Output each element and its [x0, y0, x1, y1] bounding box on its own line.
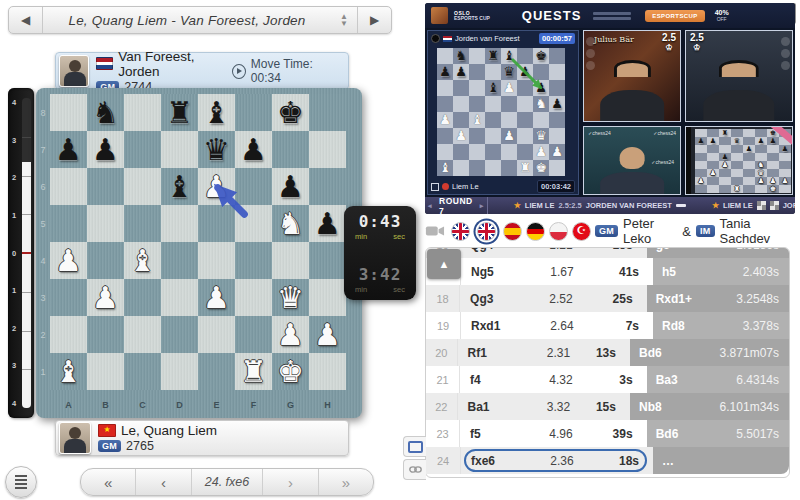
black-move-cell[interactable]: Rd83.378s — [653, 312, 789, 339]
flag-tr[interactable] — [572, 222, 591, 241]
square[interactable] — [124, 353, 161, 390]
white-move-cell[interactable]: Ba13.3215s — [458, 393, 630, 420]
white-move-cell[interactable]: fxe62.3618s — [461, 447, 653, 474]
flag-es[interactable] — [503, 222, 522, 241]
square[interactable]: ♚ — [272, 353, 309, 390]
square[interactable]: ♟ — [235, 131, 272, 168]
square[interactable] — [235, 279, 272, 316]
square[interactable] — [198, 316, 235, 353]
square[interactable] — [87, 168, 124, 205]
square[interactable]: ♚ — [272, 94, 309, 131]
flag-uk[interactable] — [451, 222, 470, 241]
last-move-button[interactable]: » — [318, 469, 373, 495]
square[interactable] — [87, 353, 124, 390]
square[interactable] — [309, 94, 346, 131]
square[interactable] — [124, 205, 161, 242]
tab-share-link[interactable] — [403, 459, 426, 480]
square[interactable] — [235, 168, 272, 205]
square[interactable] — [309, 353, 346, 390]
menu-button[interactable] — [5, 466, 37, 498]
square[interactable] — [50, 94, 87, 131]
white-move-cell[interactable]: Qg41.2115s — [460, 247, 647, 258]
square[interactable]: ♞ — [272, 205, 309, 242]
square[interactable] — [161, 131, 198, 168]
square[interactable] — [87, 205, 124, 242]
square[interactable]: ♟ — [272, 168, 309, 205]
board-squares[interactable]: ♞♜♝♚♟♟♛♟♝♟♟♞♟♟♝♟♟♛♟♟♝♜♚ — [50, 94, 346, 390]
moves-table[interactable]: 16Qg41.2115sg61.6136s17Ng51.6741sh52.403… — [425, 247, 790, 478]
square[interactable] — [309, 242, 346, 279]
flag-pl[interactable] — [549, 222, 568, 241]
square[interactable]: ♟ — [309, 205, 346, 242]
square[interactable] — [50, 168, 87, 205]
square[interactable] — [124, 279, 161, 316]
square[interactable] — [50, 205, 87, 242]
square[interactable]: ♟ — [87, 131, 124, 168]
square[interactable] — [161, 279, 198, 316]
white-move-cell[interactable]: Ng51.6741s — [461, 258, 653, 285]
square[interactable] — [50, 279, 87, 316]
square[interactable]: ♟ — [87, 279, 124, 316]
square[interactable]: ♞ — [87, 94, 124, 131]
square[interactable]: ♜ — [161, 94, 198, 131]
black-move-cell[interactable]: Rxd1+3.2548s — [647, 285, 789, 312]
black-move-cell[interactable]: … — [653, 447, 789, 474]
black-move-cell[interactable]: h52.403s — [653, 258, 789, 285]
black-move-cell[interactable]: Nb86.101m34s — [630, 393, 789, 420]
square[interactable]: ♟ — [50, 131, 87, 168]
square[interactable] — [309, 168, 346, 205]
square[interactable]: ♝ — [161, 168, 198, 205]
square[interactable] — [235, 94, 272, 131]
square[interactable] — [198, 205, 235, 242]
square[interactable]: ♛ — [198, 131, 235, 168]
first-move-button[interactable]: « — [81, 469, 135, 495]
square[interactable] — [124, 94, 161, 131]
prev-move-button[interactable]: ‹ — [135, 469, 190, 495]
black-move-cell[interactable]: Bd65.5017s — [647, 420, 789, 447]
square[interactable] — [235, 316, 272, 353]
scroll-up-button[interactable]: ▲ — [427, 249, 461, 279]
square[interactable]: ♝ — [50, 353, 87, 390]
game-list-spinner[interactable]: ▲ ▼ — [331, 7, 357, 33]
white-move-cell[interactable]: f54.9639s — [460, 420, 647, 447]
square[interactable] — [272, 131, 309, 168]
square[interactable]: ♟ — [198, 168, 235, 205]
square[interactable]: ♝ — [198, 94, 235, 131]
square[interactable]: ♝ — [124, 242, 161, 279]
square[interactable] — [198, 353, 235, 390]
square[interactable]: ♜ — [235, 353, 272, 390]
square[interactable] — [161, 353, 198, 390]
square[interactable] — [124, 131, 161, 168]
square[interactable] — [50, 316, 87, 353]
white-move-cell[interactable]: f44.323s — [460, 366, 647, 393]
square[interactable] — [235, 242, 272, 279]
black-move-cell[interactable]: g61.6136s — [647, 247, 789, 258]
tab-board-view[interactable] — [403, 436, 426, 457]
white-move-cell[interactable]: Rf12.3113s — [458, 339, 630, 366]
white-move-cell[interactable]: Qg32.5225s — [460, 285, 647, 312]
square[interactable]: ♟ — [50, 242, 87, 279]
black-move-cell[interactable]: Ba36.4314s — [647, 366, 789, 393]
square[interactable] — [235, 205, 272, 242]
square[interactable]: ♟ — [198, 279, 235, 316]
square[interactable] — [124, 316, 161, 353]
square[interactable] — [309, 131, 346, 168]
square[interactable]: ♟ — [272, 316, 309, 353]
square[interactable]: ♟ — [309, 316, 346, 353]
next-move-button[interactable]: › — [262, 469, 317, 495]
square[interactable] — [161, 316, 198, 353]
square[interactable]: ♛ — [272, 279, 309, 316]
flag-uk-selected[interactable] — [477, 222, 496, 241]
square[interactable] — [87, 242, 124, 279]
square[interactable] — [161, 205, 198, 242]
square[interactable] — [161, 242, 198, 279]
square[interactable] — [87, 316, 124, 353]
square[interactable] — [198, 242, 235, 279]
video-camera-icon[interactable] — [425, 223, 445, 239]
prev-game-button[interactable]: ◀ — [9, 7, 43, 33]
black-move-cell[interactable]: Bd63.871m07s — [630, 339, 789, 366]
video-stream-panel[interactable]: OSLO ESPORTS CUP QUESTS ESPORTSCUP 40% O… — [425, 3, 795, 214]
square[interactable] — [272, 242, 309, 279]
flag-de[interactable] — [526, 222, 545, 241]
square[interactable] — [124, 168, 161, 205]
